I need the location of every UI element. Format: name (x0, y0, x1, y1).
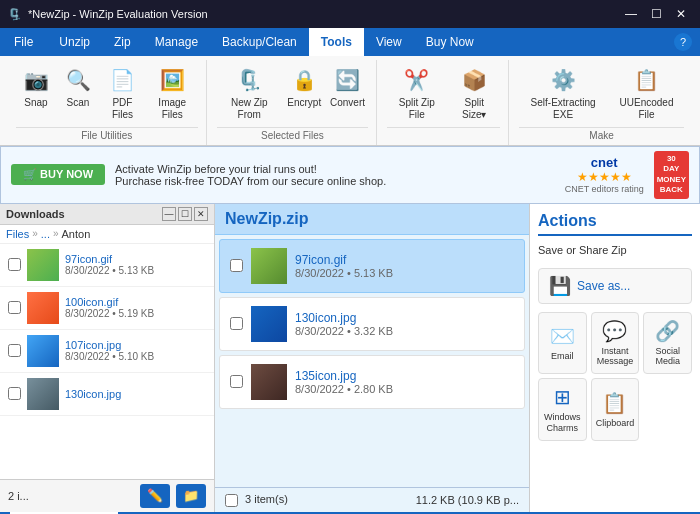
email-label: Email (551, 351, 574, 362)
file-thumb-3 (27, 335, 59, 367)
self-extracting-button[interactable]: ⚙️ Self-Extracting EXE (519, 62, 607, 125)
breadcrumb-sep2: » (53, 228, 59, 239)
social-media-button[interactable]: 🔗 Social Media (643, 312, 692, 375)
file-utilities-label: File Utilities (16, 127, 198, 141)
zip-item[interactable]: 130icon.jpg 8/30/2022 • 3.32 KB (219, 297, 525, 351)
instant-message-icon: 💬 (602, 319, 627, 343)
help-button[interactable]: ? (674, 33, 692, 51)
split-zip-file-button[interactable]: ✂️ Split Zip File (387, 62, 446, 125)
promo-text: Activate WinZip before your trial runs o… (115, 163, 555, 187)
promo-rating: cnet ★★★★★ CNET editors rating (565, 155, 644, 194)
list-item[interactable]: 97icon.gif 8/30/2022 • 5.13 KB (0, 244, 214, 287)
make-label: Make (519, 127, 684, 141)
scan-icon: 🔍 (64, 66, 92, 94)
list-item[interactable]: 100icon.gif 8/30/2022 • 5.19 KB (0, 287, 214, 330)
list-item[interactable]: 107icon.jpg 8/30/2022 • 5.10 KB (0, 330, 214, 373)
rating-label: CNET editors rating (565, 184, 644, 194)
image-files-button[interactable]: 🖼️ Image Files (147, 62, 198, 125)
file-info-1: 97icon.gif 8/30/2022 • 5.13 KB (65, 253, 206, 276)
new-zip-icon: 🗜️ (235, 66, 263, 94)
clipboard-button[interactable]: 📋 Clipboard (591, 378, 640, 441)
instant-message-label: Instant Message (596, 346, 635, 368)
menu-zip[interactable]: Zip (102, 28, 143, 56)
zip-item-meta-2: 8/30/2022 • 3.32 KB (295, 325, 514, 337)
save-as-button[interactable]: 💾 Save as... (538, 268, 692, 304)
file-checkbox-1[interactable] (8, 258, 21, 271)
zip-thumb-1 (251, 248, 287, 284)
encrypt-label: Encrypt (287, 97, 321, 109)
ribbon-group-split-items: ✂️ Split Zip File 📦 Split Size▾ (387, 60, 500, 125)
close-button[interactable]: ✕ (670, 5, 692, 23)
menu-unzip[interactable]: Unzip (47, 28, 102, 56)
file-checkbox-2[interactable] (8, 301, 21, 314)
menu-bar-right: ? (674, 33, 700, 51)
convert-button[interactable]: 🔄 Convert (327, 62, 369, 113)
ribbon-group-file-utilities: 📷 Snap 🔍 Scan 📄 PDF Files 🖼️ Image Files… (8, 60, 207, 145)
downloads-footer: 2 i... ✏️ 📁 (0, 479, 214, 512)
actions-pane: Actions Save or Share Zip 💾 Save as... ✉… (530, 204, 700, 512)
maximize-button[interactable]: ☐ (645, 5, 668, 23)
file-checkbox-3[interactable] (8, 344, 21, 357)
social-media-icon: 🔗 (655, 319, 680, 343)
menu-tools[interactable]: Tools (309, 28, 364, 56)
ribbon-group-make: ⚙️ Self-Extracting EXE 📋 UUEncoded File … (511, 60, 692, 145)
uuencoded-label: UUEncoded File (615, 97, 678, 121)
breadcrumb-sep1: » (32, 228, 38, 239)
downloads-minimize-btn[interactable]: — (162, 207, 176, 221)
zip-item[interactable]: 97icon.gif 8/30/2022 • 5.13 KB (219, 239, 525, 293)
windows-charms-button[interactable]: ⊞ Windows Charms (538, 378, 587, 441)
downloads-close-btn[interactable]: ✕ (194, 207, 208, 221)
file-checkbox-4[interactable] (8, 387, 21, 400)
save-as-label: Save as... (577, 279, 630, 293)
list-item[interactable]: 130icon.jpg (0, 373, 214, 416)
encrypt-button[interactable]: 🔒 Encrypt (284, 62, 325, 113)
title-bar-text: *NewZip - WinZip Evaluation Version (28, 8, 208, 20)
windows-charms-icon: ⊞ (554, 385, 571, 409)
instant-message-button[interactable]: 💬 Instant Message (591, 312, 640, 375)
email-button[interactable]: ✉️ Email (538, 312, 587, 375)
menu-backup-clean[interactable]: Backup/Clean (210, 28, 309, 56)
file-thumb-2 (27, 292, 59, 324)
selected-files-label: Selected Files (217, 127, 369, 141)
breadcrumb-files[interactable]: Files (6, 228, 29, 240)
ribbon-group-file-utilities-items: 📷 Snap 🔍 Scan 📄 PDF Files 🖼️ Image Files (16, 60, 198, 125)
downloads-restore-btn[interactable]: ☐ (178, 207, 192, 221)
zip-select-all[interactable] (225, 494, 238, 507)
downloads-pane: Downloads — ☐ ✕ Files » ... » Anton 97ic… (0, 204, 215, 512)
breadcrumb-ellipsis[interactable]: ... (41, 228, 50, 240)
convert-label: Convert (330, 97, 365, 109)
ribbon-group-split: ✂️ Split Zip File 📦 Split Size▾ (379, 60, 509, 145)
title-bar-left: 🗜️ *NewZip - WinZip Evaluation Version (8, 8, 208, 21)
zip-checkbox-1[interactable] (230, 259, 243, 272)
scan-button[interactable]: 🔍 Scan (58, 62, 98, 113)
pdf-files-button[interactable]: 📄 PDF Files (100, 62, 145, 125)
downloads-titlebar: Downloads — ☐ ✕ (0, 204, 214, 225)
downloads-title: Downloads (6, 208, 65, 220)
new-zip-label: New Zip From (223, 97, 276, 121)
zip-item[interactable]: 135icon.jpg 8/30/2022 • 2.80 KB (219, 355, 525, 409)
file-info-3: 107icon.jpg 8/30/2022 • 5.10 KB (65, 339, 206, 362)
snap-button[interactable]: 📷 Snap (16, 62, 56, 113)
buy-now-button[interactable]: 🛒 BUY NOW (11, 164, 105, 185)
cnet-label: cnet (591, 155, 618, 170)
menu-file[interactable]: File (0, 28, 47, 56)
menu-buy-now[interactable]: Buy Now (414, 28, 486, 56)
social-media-label: Social Media (648, 346, 687, 368)
edit-button[interactable]: ✏️ (140, 484, 170, 508)
add-button[interactable]: 📁 (176, 484, 206, 508)
menu-view[interactable]: View (364, 28, 414, 56)
rating-stars: ★★★★★ (577, 170, 632, 184)
zip-checkbox-3[interactable] (230, 375, 243, 388)
minimize-button[interactable]: — (619, 5, 643, 23)
uuencoded-button[interactable]: 📋 UUEncoded File (609, 62, 684, 125)
main-content: Downloads — ☐ ✕ Files » ... » Anton 97ic… (0, 204, 700, 512)
menu-manage[interactable]: Manage (143, 28, 210, 56)
scan-label: Scan (67, 97, 90, 109)
zip-checkbox-2[interactable] (230, 317, 243, 330)
file-meta-1: 8/30/2022 • 5.13 KB (65, 265, 206, 276)
pdf-label: PDF Files (106, 97, 139, 121)
promo-line2: Purchase risk-free TODAY from our secure… (115, 175, 555, 187)
new-zip-from-button[interactable]: 🗜️ New Zip From (217, 62, 282, 125)
save-share-label: Save or Share Zip (538, 244, 692, 256)
split-size-button[interactable]: 📦 Split Size▾ (448, 62, 500, 125)
